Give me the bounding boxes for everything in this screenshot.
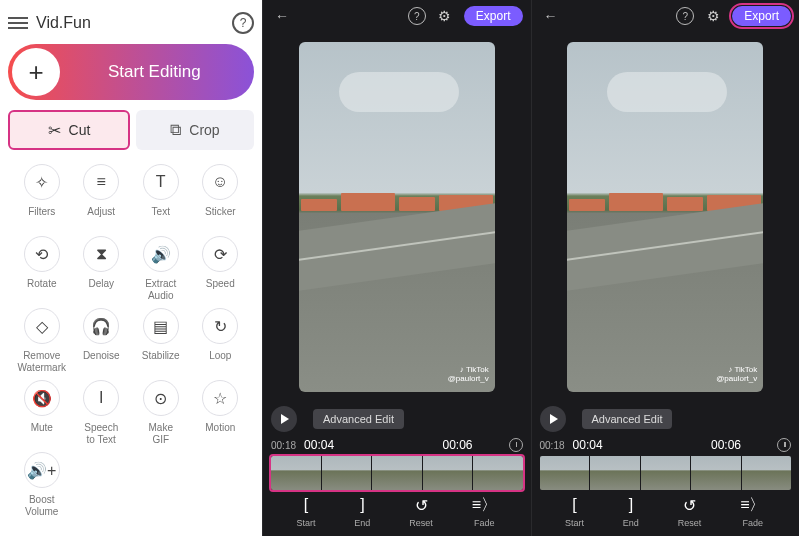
tool-delay[interactable]: ⧗Delay xyxy=(72,236,132,302)
help-icon[interactable]: ? xyxy=(408,7,426,25)
tool-label: Sticker xyxy=(205,206,236,230)
timeline[interactable] xyxy=(271,456,523,490)
tool-label: Speechto Text xyxy=(84,422,118,446)
advanced-edit-button[interactable]: Advanced Edit xyxy=(313,409,404,429)
tool-label: Motion xyxy=(205,422,235,446)
tool-adjust[interactable]: ≡Adjust xyxy=(72,164,132,230)
tool-filters[interactable]: ✧Filters xyxy=(12,164,72,230)
plus-icon: + xyxy=(12,48,60,96)
tool-stabilize[interactable]: ▤Stabilize xyxy=(131,308,191,374)
tool-label: Stabilize xyxy=(142,350,180,374)
tool-extract-audio[interactable]: 🔊ExtractAudio xyxy=(131,236,191,302)
play-button[interactable] xyxy=(540,406,566,432)
tool-icon: 🔇 xyxy=(24,380,60,416)
reset-icon: ↺ xyxy=(415,496,428,514)
ctrl-label: Start xyxy=(296,518,315,528)
video-preview[interactable]: ♪ TikTok@paulort_v xyxy=(567,42,763,392)
menu-icon[interactable] xyxy=(8,17,28,29)
start-icon: [ xyxy=(304,496,308,514)
time-edge: 00:18 xyxy=(271,440,296,451)
ctrl-label: Reset xyxy=(409,518,433,528)
ctrl-label: End xyxy=(623,518,639,528)
back-icon[interactable]: ← xyxy=(540,5,562,27)
fade-icon: ≡〉 xyxy=(740,496,765,514)
tool-icon: T xyxy=(143,164,179,200)
brand-name: Vid.Fun xyxy=(36,14,224,32)
end-icon: ] xyxy=(360,496,364,514)
tool-icon: ☆ xyxy=(202,380,238,416)
fade-icon: ≡〉 xyxy=(472,496,497,514)
help-icon[interactable]: ? xyxy=(232,12,254,34)
help-icon[interactable]: ? xyxy=(676,7,694,25)
ctrl-start[interactable]: [Start xyxy=(296,496,315,528)
ctrl-end[interactable]: ]End xyxy=(623,496,639,528)
tool-icon: ⟳ xyxy=(202,236,238,272)
start-icon: [ xyxy=(572,496,576,514)
start-editing-button[interactable]: + Start Editing xyxy=(8,44,254,100)
tool-speed[interactable]: ⟳Speed xyxy=(191,236,251,302)
tool-label: Loop xyxy=(209,350,231,374)
timecode-b: 00:06 xyxy=(442,438,472,452)
ctrl-label: Fade xyxy=(474,518,495,528)
export-button[interactable]: Export xyxy=(464,6,523,26)
tool-label: BoostVolume xyxy=(25,494,58,518)
tool-icon: ✧ xyxy=(24,164,60,200)
tool-icon: ↻ xyxy=(202,308,238,344)
tool-label: Delay xyxy=(88,278,114,302)
timecode-a: 00:04 xyxy=(304,438,334,452)
tool-icon: ▤ xyxy=(143,308,179,344)
play-button[interactable] xyxy=(271,406,297,432)
tool-icon: ≡ xyxy=(83,164,119,200)
ctrl-label: Fade xyxy=(743,518,764,528)
gear-icon[interactable]: ⚙ xyxy=(702,5,724,27)
back-icon[interactable]: ← xyxy=(271,5,293,27)
tool-label: RemoveWatermark xyxy=(17,350,66,374)
clock-icon[interactable] xyxy=(777,438,791,452)
tool-icon: 🎧 xyxy=(83,308,119,344)
ctrl-fade[interactable]: ≡〉Fade xyxy=(472,496,497,528)
ctrl-end[interactable]: ]End xyxy=(354,496,370,528)
tool-icon: I xyxy=(83,380,119,416)
ctrl-reset[interactable]: ↺Reset xyxy=(409,496,433,528)
watermark: ♪ TikTok@paulort_v xyxy=(716,365,757,384)
tool-icon: ◇ xyxy=(24,308,60,344)
end-icon: ] xyxy=(629,496,633,514)
tab-cut[interactable]: ✂ Cut xyxy=(8,110,130,150)
tool-denoise[interactable]: 🎧Denoise xyxy=(72,308,132,374)
gear-icon[interactable]: ⚙ xyxy=(434,5,456,27)
tool-icon: ⧗ xyxy=(83,236,119,272)
tool-make-gif[interactable]: ⊙MakeGIF xyxy=(131,380,191,446)
tab-crop-label: Crop xyxy=(189,122,219,138)
tool-sticker[interactable]: ☺Sticker xyxy=(191,164,251,230)
tool-label: ExtractAudio xyxy=(145,278,176,302)
ctrl-reset[interactable]: ↺Reset xyxy=(678,496,702,528)
reset-icon: ↺ xyxy=(683,496,696,514)
ctrl-start[interactable]: [Start xyxy=(565,496,584,528)
ctrl-label: Reset xyxy=(678,518,702,528)
tool-label: Mute xyxy=(31,422,53,446)
tool-label: Speed xyxy=(206,278,235,302)
watermark: ♪ TikTok@paulort_v xyxy=(448,365,489,384)
scissors-icon: ✂ xyxy=(48,121,61,140)
tool-speech-to-text[interactable]: ISpeechto Text xyxy=(72,380,132,446)
tool-motion[interactable]: ☆Motion xyxy=(191,380,251,446)
time-edge: 00:18 xyxy=(540,440,565,451)
video-preview[interactable]: ♪ TikTok@paulort_v xyxy=(299,42,495,392)
tool-text[interactable]: TText xyxy=(131,164,191,230)
export-button[interactable]: Export xyxy=(732,6,791,26)
tool-icon: ⊙ xyxy=(143,380,179,416)
ctrl-fade[interactable]: ≡〉Fade xyxy=(740,496,765,528)
tool-remove-watermark[interactable]: ◇RemoveWatermark xyxy=(12,308,72,374)
start-editing-label: Start Editing xyxy=(108,62,201,82)
tool-rotate[interactable]: ⟲Rotate xyxy=(12,236,72,302)
tool-loop[interactable]: ↻Loop xyxy=(191,308,251,374)
tab-crop[interactable]: ⧉ Crop xyxy=(136,110,254,150)
advanced-edit-button[interactable]: Advanced Edit xyxy=(582,409,673,429)
tool-mute[interactable]: 🔇Mute xyxy=(12,380,72,446)
timecode-b: 00:06 xyxy=(711,438,741,452)
clock-icon[interactable] xyxy=(509,438,523,452)
timeline[interactable] xyxy=(540,456,792,490)
tool-icon: ⟲ xyxy=(24,236,60,272)
tool-label: Text xyxy=(152,206,170,230)
tool-boost-volume[interactable]: 🔊+BoostVolume xyxy=(12,452,72,518)
